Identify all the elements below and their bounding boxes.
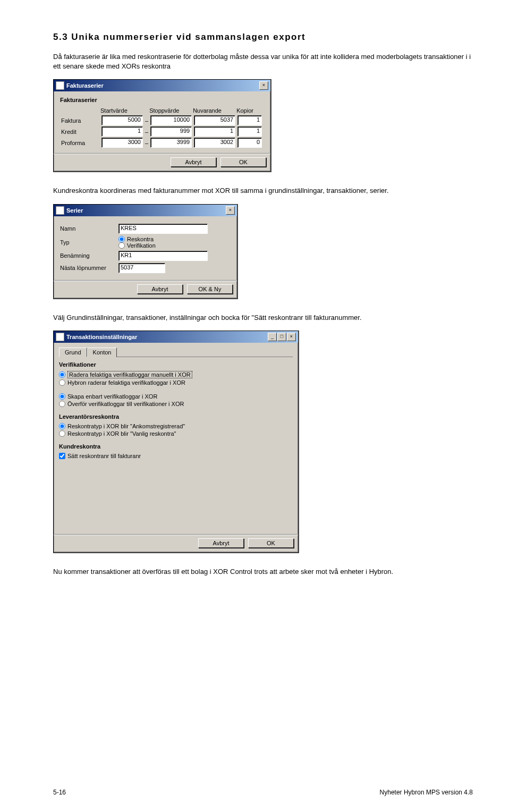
page-footer: 5-16 Nyheter Hybron MPS version 4.8 [53, 789, 473, 796]
col-kopior: Kopior [236, 106, 263, 115]
maximize-icon[interactable]: □ [277, 333, 286, 341]
titlebar-title: Fakturaserier [66, 82, 104, 89]
dialog-transaktionsinstallningar: Transaktionsinställningar _ □ × Grund Ko… [53, 331, 299, 553]
ok-ny-button[interactable]: OK & Ny [187, 284, 233, 294]
close-icon[interactable]: × [287, 333, 296, 341]
tab-strip: Grund Konton [59, 347, 293, 357]
ok-button[interactable]: OK [248, 538, 294, 548]
radio-skapa-enbart[interactable]: Skapa enbart verifikatloggar i XOR [59, 393, 293, 400]
checkbox-input[interactable] [59, 453, 65, 459]
copies-input[interactable]: 1 [237, 115, 262, 125]
radio-input[interactable] [59, 379, 65, 386]
col-stoppvarde: Stoppvärde [149, 106, 193, 115]
label-namn: Namn [60, 225, 113, 232]
curr-input[interactable]: 1 [194, 126, 235, 137]
radio-vanlig-reskontra[interactable]: Reskontratyp i XOR blir "Vanlig reskontr… [59, 430, 293, 437]
cancel-button[interactable]: Avbryt [137, 284, 183, 294]
paragraph-3: Välj Grundinställningar, transaktioner, … [53, 313, 473, 323]
col-startvarde: Startvärde [100, 106, 144, 115]
radio-input[interactable] [59, 423, 65, 429]
start-input[interactable]: 5000 [101, 115, 143, 125]
section-label: Fakturaserier [60, 97, 264, 103]
tab-grund[interactable]: Grund [59, 348, 87, 357]
app-icon [56, 81, 64, 90]
row-name: Faktura [60, 115, 100, 126]
minimize-icon[interactable]: _ [268, 333, 277, 341]
radio-input[interactable] [59, 401, 65, 407]
label-typ: Typ [60, 239, 113, 246]
copies-input[interactable]: 0 [237, 138, 262, 148]
close-icon[interactable]: × [226, 206, 235, 215]
titlebar-title: Serier [66, 207, 83, 214]
radio-reskontra-input[interactable] [118, 236, 125, 242]
radio-hybron-raderar[interactable]: Hybron raderar felaktiga verifikatloggar… [59, 379, 293, 386]
app-icon [56, 333, 64, 341]
radio-input[interactable] [59, 430, 65, 437]
heading-5-3: 5.3 Unika nummerserier vid sammanslagen … [53, 32, 473, 43]
paragraph-2: Kundreskontra koordineras med fakturanum… [53, 186, 473, 196]
label-benamning: Benämning [60, 252, 113, 259]
cancel-button[interactable]: Avbryt [198, 538, 244, 548]
row-name: Kredit [60, 126, 100, 137]
tab-konton[interactable]: Konton [87, 348, 117, 357]
label-nasta-lopnr: Nästa löpnummer [60, 265, 113, 271]
table-row: Proforma 3000 – 3999 3002 0 [60, 137, 263, 148]
benamning-input[interactable]: KR1 [118, 251, 208, 261]
stop-input[interactable]: 10000 [150, 115, 192, 125]
ok-button[interactable]: OK [220, 157, 266, 167]
paragraph-4: Nu kommer transaktioner att överföras ti… [53, 567, 473, 577]
radio-input[interactable] [59, 371, 65, 378]
radio-verifikation[interactable]: Verifikation [118, 242, 156, 249]
radio-overfor-verifikat[interactable]: Överför verifikatloggar till verifikatio… [59, 401, 293, 407]
section-leverantorsreskontra: Leverantörsreskontra [59, 413, 293, 420]
curr-input[interactable]: 3002 [194, 138, 235, 148]
table-row: Faktura 5000 – 10000 5037 1 [60, 115, 263, 126]
radio-input[interactable] [59, 393, 65, 400]
close-icon[interactable]: × [259, 81, 268, 90]
cancel-button[interactable]: Avbryt [171, 157, 216, 167]
page-number: 5-16 [53, 789, 66, 796]
radio-ankomstregistrerad[interactable]: Reskontratyp i XOR blir "Ankomstregistre… [59, 423, 293, 429]
table-row: Kredit 1 – 999 1 1 [60, 126, 263, 137]
titlebar[interactable]: Serier × [54, 205, 237, 216]
fakturaserier-table: Startvärde Stoppvärde Nuvarande Kopior F… [60, 106, 263, 148]
dialog-fakturaserier: Fakturaserier × Fakturaserier Startvärde… [53, 79, 271, 172]
namn-input[interactable]: KRES [118, 224, 208, 234]
titlebar-title: Transaktionsinställningar [66, 334, 137, 340]
radio-verifikation-input[interactable] [118, 242, 125, 249]
stop-input[interactable]: 3999 [150, 138, 192, 148]
row-name: Proforma [60, 137, 100, 148]
titlebar[interactable]: Fakturaserier × [54, 80, 270, 91]
checkbox-satt-reskontranr[interactable]: Sätt reskontranr till fakturanr [59, 453, 293, 459]
curr-input[interactable]: 5037 [194, 115, 235, 125]
radio-radera-manuellt[interactable]: Radera felaktiga verifikatloggar manuell… [59, 371, 293, 378]
paragraph-1: Då fakturaserie är lika med reskontraser… [53, 52, 473, 71]
app-icon [56, 206, 64, 215]
col-nuvarande: Nuvarande [193, 106, 236, 115]
section-kundreskontra: Kundreskontra [59, 443, 293, 450]
dialog-serier: Serier × Namn KRES Typ Reskontra Verifik… [53, 204, 238, 299]
doc-title-footer: Nyheter Hybron MPS version 4.8 [380, 789, 473, 796]
start-input[interactable]: 1 [101, 126, 143, 137]
section-verifikationer: Verifikationer [59, 361, 293, 368]
nasta-lopnr-input[interactable]: 5037 [118, 263, 165, 273]
radio-reskontra[interactable]: Reskontra [118, 236, 156, 242]
start-input[interactable]: 3000 [101, 138, 143, 148]
stop-input[interactable]: 999 [150, 126, 192, 137]
titlebar[interactable]: Transaktionsinställningar _ □ × [54, 331, 298, 343]
copies-input[interactable]: 1 [237, 126, 262, 137]
